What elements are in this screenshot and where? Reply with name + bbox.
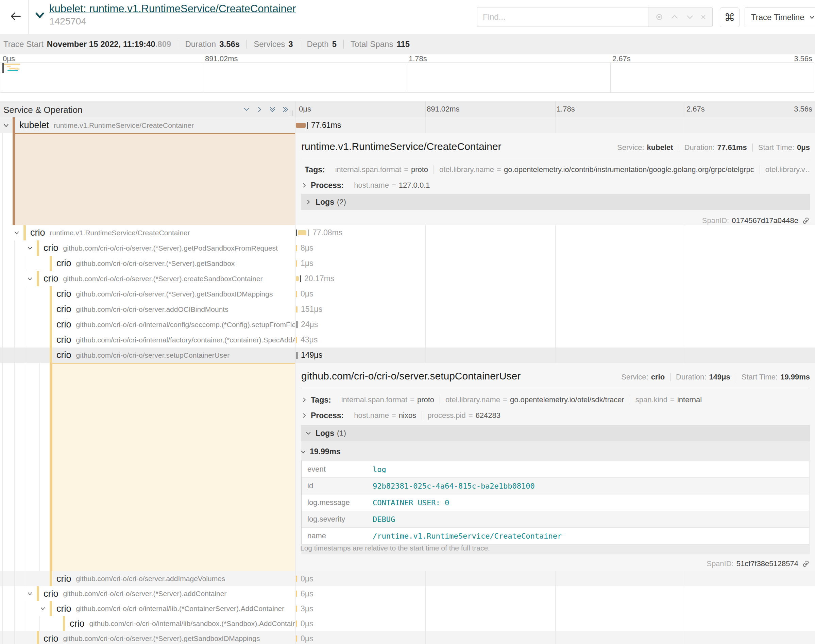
ruler-tick: 891.02ms [427, 105, 460, 113]
chevron-down-icon[interactable] [13, 230, 20, 236]
chevron-right-icon [305, 199, 311, 205]
span-duration-bar[interactable] [297, 352, 297, 359]
view-selector-button[interactable]: Trace Timeline [745, 8, 815, 27]
span-row-getsandboxidmappings[interactable]: crio github.com/cri-o/cri-o/server.(*Ser… [0, 286, 815, 302]
indent-guide [40, 363, 40, 571]
back-button[interactable] [6, 8, 25, 26]
find-input[interactable] [477, 7, 648, 27]
span-color-bar [50, 332, 52, 348]
tags-row[interactable]: Tags: internal.span.format=proto otel.li… [301, 163, 810, 177]
indent-guide [14, 286, 15, 302]
span-duration-bar[interactable] [296, 291, 297, 297]
chevron-down-icon[interactable] [2, 122, 10, 129]
locate-icon[interactable] [655, 12, 664, 21]
keyboard-shortcuts-button[interactable]: ⌘ [720, 8, 740, 27]
logs-accordion[interactable]: Logs (2) [301, 194, 810, 210]
span-detail-panel: github.com/cri-o/cri-o/server.setupConta… [295, 363, 815, 571]
trace-start-ms: .809 [155, 40, 172, 49]
indent-guide [40, 616, 40, 631]
span-row-getpodsandboxfromrequest[interactable]: crio github.com/cri-o/cri-o/server.(*Ser… [0, 241, 815, 256]
span-row-lib-addcontainer[interactable]: crio github.com/cri-o/cri-o/internal/lib… [0, 601, 815, 616]
span-duration-bar[interactable] [296, 606, 297, 612]
span-row-crio-createcontainer[interactable]: crio runtime.v1.RuntimeService/CreateCon… [0, 225, 815, 241]
minimap-scrubber-handle[interactable] [2, 63, 4, 73]
span-row-createsandboxcontainer[interactable]: crio github.com/cri-o/cri-o/server.(*Ser… [0, 271, 815, 286]
span-row-addimagevolumes[interactable]: crio github.com/cri-o/cri-o/server.addIm… [0, 571, 815, 586]
span-operation: github.com/cri-o/cri-o/server.addOCIBind… [76, 305, 228, 313]
clear-search-icon[interactable]: × [701, 12, 706, 21]
collapse-all-double-chevron-down-icon[interactable] [268, 106, 277, 113]
chevron-down-icon[interactable] [26, 590, 34, 597]
link-icon[interactable] [802, 216, 810, 225]
indent-guide [14, 317, 15, 332]
total-spans-value: 115 [397, 40, 410, 49]
next-result-chevron-down-icon[interactable] [685, 12, 694, 21]
span-row-setupcontaineruser-selected[interactable]: crio github.com/cri-o/cri-o/server.setup… [0, 348, 815, 363]
trace-title-link[interactable]: kubelet: runtime.v1.RuntimeService/Creat… [49, 3, 296, 15]
collapse-one-chevron-down-icon[interactable] [242, 106, 251, 113]
process-row[interactable]: Process: host.name=127.0.0.1 [301, 178, 810, 192]
span-duration-bar[interactable] [296, 307, 297, 313]
span-operation: github.com/cri-o/cri-o/server.setupConta… [76, 351, 230, 359]
span-row-addocibindmounts[interactable]: crio github.com/cri-o/cri-o/server.addOC… [0, 302, 815, 317]
minimap-tick: 891.02ms [205, 54, 238, 63]
log-field-key: event [302, 465, 373, 474]
jaeger-trace-view: kubelet: runtime.v1.RuntimeService/Creat… [0, 0, 815, 644]
chevron-down-icon[interactable] [26, 245, 34, 251]
span-service: crio [57, 304, 71, 314]
span-duration-bar[interactable] [296, 337, 297, 343]
logs-accordion-expanded[interactable]: Logs (1) [301, 425, 810, 442]
indent-guide [2, 133, 3, 225]
duration-value: 149μs [709, 373, 730, 382]
minimap-span-bar [15, 68, 20, 70]
span-timeline-cell: 151μs [295, 302, 815, 317]
trace-minimap[interactable] [0, 63, 814, 92]
span-operation: github.com/cri-o/cri-o/server.(*Server).… [63, 275, 263, 283]
span-row-kubelet-createcontainer[interactable]: kubelet runtime.v1.RuntimeService/Create… [0, 117, 815, 133]
indent-guide [2, 286, 3, 302]
span-detail-kubelet: runtime.v1.RuntimeService/CreateContaine… [0, 133, 815, 225]
column-resizer-grip[interactable] [290, 110, 293, 116]
span-duration-label: 77.61ms [311, 121, 341, 130]
ruler-tick: 1.78s [557, 105, 575, 113]
span-row-seccomp-setupfromfield[interactable]: crio github.com/cri-o/cri-o/internal/con… [0, 317, 815, 332]
span-operation: github.com/cri-o/cri-o/internal/config/s… [76, 320, 295, 329]
span-duration-bar[interactable] [296, 576, 297, 582]
process-row[interactable]: Process: host.name=nixos process.pid=624… [301, 408, 810, 423]
span-timeline-cell: 20.17ms [295, 271, 815, 286]
span-row-getsandbox[interactable]: crio github.com/cri-o/cri-o/server.(*Ser… [0, 256, 815, 271]
indent-guide [2, 256, 3, 271]
span-duration-bar[interactable] [296, 276, 299, 281]
span-duration-bar[interactable] [296, 245, 297, 251]
span-row-sandbox-addcontainer[interactable]: crio github.com/cri-o/cri-o/internal/lib… [0, 616, 815, 631]
link-icon[interactable] [802, 560, 810, 568]
expand-one-chevron-right-icon[interactable] [255, 106, 264, 113]
span-service: crio [57, 319, 71, 330]
span-timeline-cell: 0μs [295, 571, 815, 586]
chevron-down-icon[interactable] [26, 276, 34, 282]
span-duration-bar[interactable] [297, 321, 297, 328]
span-service: crio [57, 334, 71, 345]
span-duration-label: 24μs [301, 320, 318, 329]
span-operation: github.com/cri-o/cri-o/server.addImageVo… [76, 575, 225, 583]
span-duration-bar[interactable] [296, 123, 306, 128]
span-row-getsandboxidmappings-2[interactable]: crio github.com/cri-o/cri-o/server.(*Ser… [0, 631, 815, 644]
chevron-down-icon[interactable] [39, 606, 47, 612]
detail-row-tint [15, 133, 295, 225]
span-duration-bar[interactable] [296, 621, 297, 627]
span-duration-bar[interactable] [296, 590, 297, 597]
span-service: crio [43, 633, 58, 644]
collapse-trace-chevron-down-icon[interactable] [33, 9, 46, 23]
span-duration-bar[interactable] [296, 261, 297, 267]
span-row-specaddannotations[interactable]: crio github.com/cri-o/cri-o/internal/fac… [0, 332, 815, 348]
prev-result-chevron-up-icon[interactable] [670, 12, 679, 21]
tags-row[interactable]: Tags: internal.span.format=proto otel.li… [301, 393, 810, 407]
log-entry-header[interactable]: 19.99ms [300, 447, 341, 456]
duration-label: Duration [185, 40, 216, 49]
span-duration-bar[interactable] [298, 230, 306, 235]
span-row-addcontainer[interactable]: crio github.com/cri-o/cri-o/server.(*Ser… [0, 586, 815, 601]
expand-all-double-chevron-right-icon[interactable] [281, 106, 290, 113]
indent-guide [2, 225, 3, 241]
view-selector-label: Trace Timeline [751, 12, 804, 22]
span-duration-bar[interactable] [296, 635, 297, 642]
